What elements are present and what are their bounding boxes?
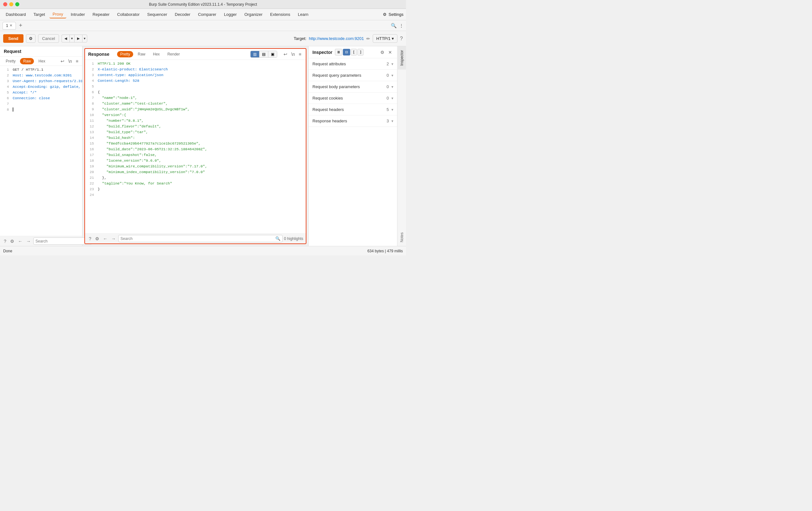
help-button[interactable]: ? <box>400 36 403 41</box>
response-word-wrap-icon[interactable]: ↩ <box>282 51 289 57</box>
request-code-area[interactable]: 1 GET / HTTP/1.1 2 Host: www.testcode.co… <box>0 66 82 236</box>
response-view-buttons: ▥ ▤ ▣ <box>250 51 277 58</box>
nav-forward-button[interactable]: ▶ <box>74 35 82 42</box>
chevron-down-icon: ▾ <box>392 96 393 100</box>
response-back-icon[interactable]: ← <box>102 236 109 242</box>
inspector-body-params[interactable]: Request body parameters 0 ▾ <box>309 81 397 93</box>
inspector-content: Request attributes 2 ▾ Request query par… <box>309 58 397 246</box>
response-search-box[interactable]: 🔍 <box>118 235 283 242</box>
nav-back-dropdown[interactable]: ▾ <box>69 35 74 42</box>
tab-hex-response[interactable]: Hex <box>150 51 163 57</box>
resp-line-10: 10 "version":{ <box>85 113 306 118</box>
view-split-horizontal[interactable]: ▤ <box>259 51 268 57</box>
menu-proxy[interactable]: Proxy <box>50 10 66 19</box>
request-forward-icon[interactable]: → <box>25 238 32 244</box>
tab-close-icon[interactable]: ✕ <box>9 24 12 28</box>
menu-comparer[interactable]: Comparer <box>195 11 220 18</box>
menu-target[interactable]: Target <box>30 11 48 18</box>
inspector-request-headers[interactable]: Request headers 5 ▾ <box>309 104 397 115</box>
more-icon[interactable]: ⋮ <box>399 23 403 28</box>
word-wrap-icon[interactable]: ↩ <box>59 58 66 64</box>
menu-dashboard[interactable]: Dashboard <box>3 11 29 18</box>
response-settings-bottom-icon[interactable]: ⚙ <box>94 236 100 242</box>
tab-pretty-response[interactable]: Pretty <box>117 51 133 57</box>
inspector-query-params[interactable]: Request query parameters 0 ▾ <box>309 70 397 81</box>
inspector-response-headers[interactable]: Response headers 3 ▾ <box>309 115 397 127</box>
response-search-input[interactable] <box>120 237 274 241</box>
menu-intruder[interactable]: Intruder <box>67 11 88 18</box>
inspector-align-left[interactable]: ⟦ <box>351 49 357 56</box>
inspector-view-table[interactable]: ⊟ <box>343 49 350 56</box>
resp-line-2: 2 X-elastic-product: Elasticsearch <box>85 67 306 72</box>
close-button[interactable] <box>3 2 7 6</box>
nav-back-button[interactable]: ◀ <box>61 35 69 42</box>
response-newline-icon[interactable]: \n <box>290 51 296 57</box>
menu-logger[interactable]: Logger <box>221 11 240 18</box>
menu-decoder[interactable]: Decoder <box>172 11 194 18</box>
inspector-title: Inspector <box>313 50 332 55</box>
response-forward-icon[interactable]: → <box>110 236 117 242</box>
newline-icon[interactable]: \n <box>67 58 73 64</box>
view-single[interactable]: ▣ <box>268 51 277 57</box>
settings-icon[interactable]: ≡ <box>75 58 80 64</box>
resp-line-7: 7 "name":"node-1", <box>85 95 306 101</box>
request-line-3: 3 User-Agent: python-requests/2.31.0 <box>0 79 82 84</box>
response-code-area[interactable]: 1 HTTP/1.1 200 OK 2 X-elastic-product: E… <box>85 60 306 233</box>
menu-extensions[interactable]: Extensions <box>267 11 294 18</box>
inspector-request-attributes[interactable]: Request attributes 2 ▾ <box>309 58 397 70</box>
resp-line-15: 15 "f8edfccba429b6477927a7c1ce1bc6729521… <box>85 141 306 147</box>
resp-line-9: 9 "cluster_uuid":"jNHqAm2eQUSL_DvgcNBT1w… <box>85 107 306 113</box>
inspector-view-text[interactable]: ≣ <box>335 49 342 56</box>
tab-raw-request[interactable]: Raw <box>20 58 34 64</box>
view-split-vertical[interactable]: ▥ <box>251 51 259 57</box>
inspector-cookies[interactable]: Request cookies 0 ▾ <box>309 93 397 104</box>
resp-line-19: 19 "minimum_wire_compatibility_version":… <box>85 164 306 170</box>
menu-repeater[interactable]: Repeater <box>89 11 113 18</box>
request-settings-bottom-icon[interactable]: ⚙ <box>9 238 16 244</box>
response-header: Response Pretty Raw Hex Render ▥ ▤ ▣ ↩ \… <box>85 49 306 60</box>
request-back-icon[interactable]: ← <box>17 238 24 244</box>
cancel-button[interactable]: Cancel <box>38 34 59 43</box>
response-bottom-bar: ? ⚙ ← → 🔍 0 highlights <box>85 233 306 243</box>
send-button[interactable]: Send <box>3 34 24 43</box>
inspector-header: Inspector ≣ ⊟ ⟦ ⟧ ⚙ ✕ <box>309 46 397 58</box>
inspector-align-right[interactable]: ⟧ <box>357 49 364 56</box>
resp-line-18: 18 "lucene_version":"9.6.0", <box>85 158 306 164</box>
tab-render-response[interactable]: Render <box>164 51 183 57</box>
maximize-button[interactable] <box>15 2 19 6</box>
menu-learn[interactable]: Learn <box>295 11 312 18</box>
search-icon[interactable]: 🔍 <box>391 23 397 29</box>
edit-target-button[interactable]: ✏ <box>366 36 370 41</box>
response-settings-icon[interactable]: ≡ <box>297 51 302 57</box>
request-settings-button[interactable]: ⚙ <box>26 34 35 43</box>
tab-raw-response[interactable]: Raw <box>135 51 148 57</box>
nav-forward-dropdown[interactable]: ▾ <box>82 35 87 42</box>
request-search-box[interactable]: 🔍 <box>33 237 92 245</box>
request-search-input[interactable] <box>35 239 83 243</box>
tab-hex-request[interactable]: Hex <box>35 58 48 64</box>
inspector-close-icon[interactable]: ✕ <box>387 49 393 56</box>
window-controls[interactable] <box>3 2 19 6</box>
menu-sequencer[interactable]: Sequencer <box>144 11 170 18</box>
minimize-button[interactable] <box>9 2 13 6</box>
response-help-icon[interactable]: ? <box>88 236 93 242</box>
request-tabs: Pretty Raw Hex ↩ \n ≡ <box>0 57 82 66</box>
tab-1[interactable]: 1 ✕ <box>3 22 16 29</box>
resp-line-11: 11 "number":"8.8.1", <box>85 118 306 124</box>
http-version-selector[interactable]: HTTP/1 ▾ <box>373 34 398 43</box>
sidebar-tab-inspector[interactable]: Inspector <box>398 46 406 69</box>
settings-menu[interactable]: ⚙ Settings <box>383 12 403 17</box>
resp-line-23: 23 } <box>85 187 306 192</box>
add-tab-button[interactable]: + <box>17 22 24 29</box>
request-help-icon[interactable]: ? <box>3 238 8 244</box>
sidebar-tab-notes[interactable]: Notes <box>398 229 406 246</box>
chevron-down-icon: ▾ <box>392 85 393 89</box>
toolbar: Send ⚙ Cancel ◀ ▾ ▶ ▾ Target: http://www… <box>0 31 406 46</box>
inspector-settings-icon[interactable]: ⚙ <box>379 49 386 56</box>
menu-organizer[interactable]: Organizer <box>241 11 265 18</box>
menu-collaborator[interactable]: Collaborator <box>114 11 143 18</box>
status-text: Done <box>3 249 12 253</box>
request-line-2: 2 Host: www.testcode.com:9201 <box>0 73 82 79</box>
tab-pretty-request[interactable]: Pretty <box>3 58 19 64</box>
inspector-action-icons: ⚙ ✕ <box>379 49 393 56</box>
